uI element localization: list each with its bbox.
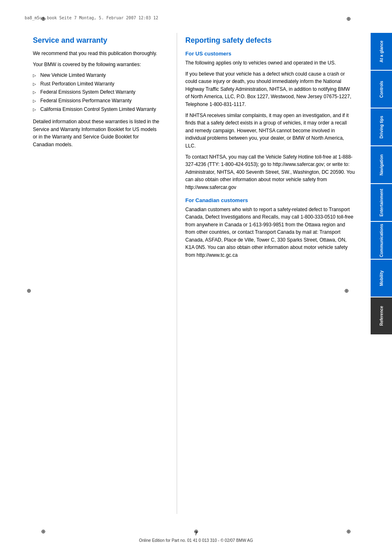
tab-mobility[interactable]: Mobility (371, 260, 392, 297)
warranty-item-2: Rust Perforation Limited Warranty (33, 80, 160, 88)
reporting-title: Reporting safety defects (185, 36, 355, 45)
footer-text: Online Edition for Part no. 01 41 0 013 … (0, 538, 392, 543)
us-subtitle: For US customers (185, 51, 355, 57)
us-para-1: The following applies only to vehicles o… (185, 59, 355, 67)
service-intro-2: Your BMW is covered by the following war… (33, 61, 160, 69)
middle-right-reg-mark: ⊕ (344, 288, 349, 294)
right-column: Reporting safety defects For US customer… (181, 33, 355, 514)
top-right-reg-mark: ⊕ (346, 16, 351, 22)
service-warranty-title: Service and warranty (33, 36, 160, 45)
top-marks: ⊕ ⊕ (0, 16, 392, 22)
warranty-item-4: Federal Emissions Performance Warranty (33, 97, 160, 105)
service-closing: Detailed information about these warrant… (33, 118, 160, 148)
service-intro-1: We recommend that you read this publicat… (33, 50, 160, 58)
tab-reference[interactable]: Reference (371, 297, 392, 334)
tab-navigation[interactable]: Navigation (371, 146, 392, 183)
tab-controls[interactable]: Controls (371, 71, 392, 108)
content-area: Service and warranty We recommend that y… (33, 33, 355, 514)
warranty-item-1: New Vehicle Limited Warranty (33, 71, 160, 79)
us-para-2: If you believe that your vehicle has a d… (185, 70, 355, 108)
tab-at-a-glance[interactable]: At a glance (371, 33, 392, 70)
page-footer: 7 Online Edition for Part no. 01 41 0 01… (0, 531, 392, 543)
tab-entertainment[interactable]: Entertainment (371, 184, 392, 221)
tab-communications[interactable]: Communications (371, 222, 392, 259)
page-container: ba8_m5us.book Seite 7 Montag, 5. Februar… (0, 0, 392, 555)
column-divider (177, 33, 177, 514)
page-number: 7 (0, 531, 392, 537)
left-column: Service and warranty We recommend that y… (33, 33, 173, 514)
us-para-3: If NHTSA receives similar complaints, it… (185, 112, 355, 150)
warranty-item-5: California Emission Control System Limit… (33, 106, 160, 113)
canadian-subtitle: For Canadian customers (185, 197, 355, 203)
canadian-para-1: Canadian customers who wish to report a … (185, 206, 355, 259)
tab-driving-tips[interactable]: Driving tips (371, 108, 392, 145)
top-left-reg-mark: ⊕ (41, 16, 46, 22)
middle-left-reg-mark: ⊕ (27, 288, 31, 294)
right-sidebar: At a glance Controls Driving tips Naviga… (371, 33, 392, 334)
warranty-list: New Vehicle Limited Warranty Rust Perfor… (33, 71, 160, 113)
warranty-item-3: Federal Emissions System Defect Warranty (33, 88, 160, 96)
us-para-4: To contact NHTSA, you may call the Vehic… (185, 153, 355, 191)
